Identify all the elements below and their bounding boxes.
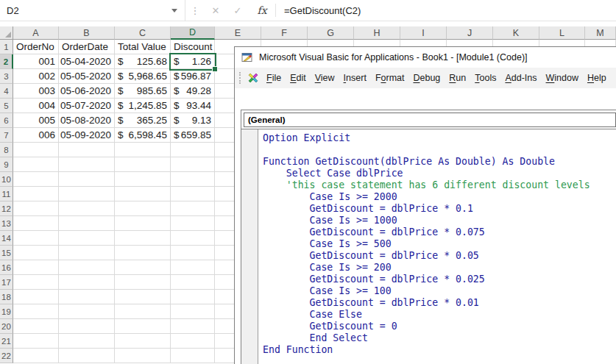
column-header-K[interactable]: K — [493, 26, 539, 40]
select-all-corner[interactable] — [0, 26, 13, 40]
cell-C14[interactable] — [115, 231, 171, 246]
menu-addins[interactable]: Add-Ins — [500, 70, 541, 86]
cell-A9[interactable] — [13, 157, 59, 172]
cell-B19[interactable] — [59, 304, 115, 319]
cell-A2[interactable]: 001 — [13, 54, 59, 69]
cell-B2[interactable]: 05-04-2020 — [59, 54, 115, 69]
cell-A17[interactable] — [13, 275, 59, 290]
column-header-H[interactable]: H — [354, 26, 400, 40]
cell-D8[interactable] — [171, 143, 215, 157]
cell-A20[interactable] — [13, 319, 59, 334]
row-header-16[interactable]: 16 — [0, 260, 13, 275]
cell-A7[interactable]: 006 — [13, 128, 59, 143]
column-header-G[interactable]: G — [308, 26, 354, 40]
row-header-12[interactable]: 12 — [0, 201, 13, 216]
cell-D5[interactable]: $93.44 — [171, 99, 215, 113]
cell-A8[interactable] — [13, 143, 59, 157]
cell-C5[interactable]: $1,245.85 — [115, 99, 171, 113]
cell-A4[interactable]: 003 — [13, 84, 59, 99]
cell-C4[interactable]: $985.65 — [115, 84, 171, 99]
cell-C2[interactable]: $125.68 — [115, 54, 171, 69]
fill-handle[interactable] — [212, 66, 218, 72]
row-header-14[interactable]: 14 — [0, 231, 13, 246]
cell-D13[interactable] — [171, 216, 215, 231]
cell-A19[interactable] — [13, 304, 59, 319]
row-header-11[interactable]: 11 — [0, 187, 13, 201]
cell-D16[interactable] — [171, 260, 215, 275]
cell-D7[interactable]: $659.85 — [171, 128, 215, 143]
cell-D2[interactable]: $1.26 — [171, 54, 215, 69]
cell-B12[interactable] — [59, 201, 115, 216]
cell-A14[interactable] — [13, 231, 59, 246]
cell-D6[interactable]: $9.13 — [171, 113, 215, 128]
cell-B11[interactable] — [59, 187, 115, 201]
cell-A5[interactable]: 004 — [13, 99, 59, 113]
cell-C20[interactable] — [115, 319, 171, 334]
row-header-18[interactable]: 18 — [0, 290, 13, 304]
cell-A13[interactable] — [13, 216, 59, 231]
cell-C16[interactable] — [115, 260, 171, 275]
cell-C11[interactable] — [115, 187, 171, 201]
cell-B6[interactable]: 05-08-2020 — [59, 113, 115, 128]
cell-C9[interactable] — [115, 157, 171, 172]
row-header-5[interactable]: 5 — [0, 99, 13, 113]
row-header-6[interactable]: 6 — [0, 113, 13, 128]
menu-debug[interactable]: Debug — [408, 70, 445, 86]
row-header-20[interactable]: 20 — [0, 319, 13, 334]
cell-A6[interactable]: 005 — [13, 113, 59, 128]
menu-format[interactable]: Format — [371, 70, 409, 86]
cell-A21[interactable] — [13, 334, 59, 349]
cell-A1[interactable]: OrderNo — [13, 40, 59, 54]
cell-D15[interactable] — [171, 246, 215, 260]
row-header-7[interactable]: 7 — [0, 128, 13, 143]
cell-D22[interactable] — [171, 349, 215, 363]
row-header-22[interactable]: 22 — [0, 349, 13, 363]
menu-window[interactable]: Window — [542, 70, 583, 86]
fx-icon[interactable]: fx — [249, 4, 275, 16]
cell-D17[interactable] — [171, 275, 215, 290]
cell-A15[interactable] — [13, 246, 59, 260]
cell-D11[interactable] — [171, 187, 215, 201]
row-header-21[interactable]: 21 — [0, 334, 13, 349]
cell-C15[interactable] — [115, 246, 171, 260]
row-header-17[interactable]: 17 — [0, 275, 13, 290]
cell-D20[interactable] — [171, 319, 215, 334]
cell-B8[interactable] — [59, 143, 115, 157]
menu-help[interactable]: Help — [583, 70, 611, 86]
cell-B17[interactable] — [59, 275, 115, 290]
cell-C1[interactable]: Total Value — [115, 40, 171, 54]
cell-C21[interactable] — [115, 334, 171, 349]
row-header-2[interactable]: 2 — [0, 54, 13, 69]
cell-D19[interactable] — [171, 304, 215, 319]
cell-A18[interactable] — [13, 290, 59, 304]
column-header-B[interactable]: B — [59, 26, 115, 40]
cell-B15[interactable] — [59, 246, 115, 260]
column-header-A[interactable]: A — [13, 26, 59, 40]
menu-tools[interactable]: Tools — [470, 70, 500, 86]
cell-B20[interactable] — [59, 319, 115, 334]
cell-C22[interactable] — [115, 349, 171, 363]
cell-B16[interactable] — [59, 260, 115, 275]
column-header-D[interactable]: D — [171, 26, 215, 40]
row-header-9[interactable]: 9 — [0, 157, 13, 172]
cell-A10[interactable] — [13, 172, 59, 187]
cell-B22[interactable] — [59, 349, 115, 363]
column-header-E[interactable]: E — [215, 26, 261, 40]
cell-A11[interactable] — [13, 187, 59, 201]
grip-handle[interactable] — [239, 72, 241, 84]
cell-B18[interactable] — [59, 290, 115, 304]
cell-D12[interactable] — [171, 201, 215, 216]
cell-D21[interactable] — [171, 334, 215, 349]
row-header-19[interactable]: 19 — [0, 304, 13, 319]
cell-B1[interactable]: OrderDate — [59, 40, 115, 54]
menu-file[interactable]: File — [262, 70, 286, 86]
object-dropdown[interactable]: (General) — [244, 113, 616, 127]
cell-B4[interactable]: 05-06-2020 — [59, 84, 115, 99]
column-header-F[interactable]: F — [261, 26, 308, 40]
cancel-icon[interactable]: ✕ — [205, 5, 227, 16]
cell-C8[interactable] — [115, 143, 171, 157]
row-header-3[interactable]: 3 — [0, 69, 13, 84]
cell-B14[interactable] — [59, 231, 115, 246]
cell-A12[interactable] — [13, 201, 59, 216]
cell-D10[interactable] — [171, 172, 215, 187]
